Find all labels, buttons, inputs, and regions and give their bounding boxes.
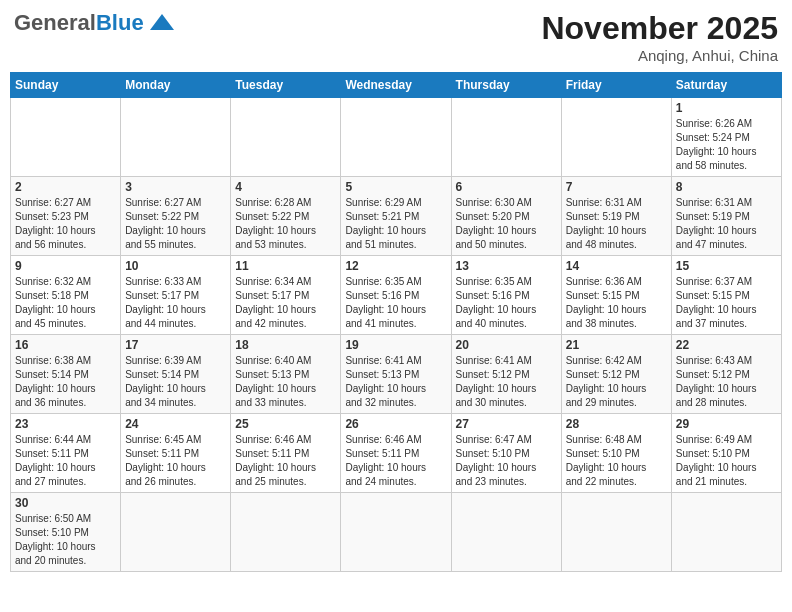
day-number: 23 [15,417,116,431]
day-number: 12 [345,259,446,273]
table-row: 6Sunrise: 6:30 AM Sunset: 5:20 PM Daylig… [451,177,561,256]
logo-icon [148,12,176,34]
table-row [451,493,561,572]
day-info: Sunrise: 6:33 AM Sunset: 5:17 PM Dayligh… [125,275,226,331]
table-row: 10Sunrise: 6:33 AM Sunset: 5:17 PM Dayli… [121,256,231,335]
weekday-header-row: Sunday Monday Tuesday Wednesday Thursday… [11,73,782,98]
day-number: 14 [566,259,667,273]
day-info: Sunrise: 6:32 AM Sunset: 5:18 PM Dayligh… [15,275,116,331]
day-info: Sunrise: 6:49 AM Sunset: 5:10 PM Dayligh… [676,433,777,489]
table-row: 28Sunrise: 6:48 AM Sunset: 5:10 PM Dayli… [561,414,671,493]
day-number: 18 [235,338,336,352]
header-thursday: Thursday [451,73,561,98]
table-row: 8Sunrise: 6:31 AM Sunset: 5:19 PM Daylig… [671,177,781,256]
table-row [671,493,781,572]
header-saturday: Saturday [671,73,781,98]
day-number: 10 [125,259,226,273]
logo-blue-text: Blue [96,10,144,36]
calendar-week-row: 23Sunrise: 6:44 AM Sunset: 5:11 PM Dayli… [11,414,782,493]
day-number: 5 [345,180,446,194]
table-row [451,98,561,177]
day-number: 24 [125,417,226,431]
header-sunday: Sunday [11,73,121,98]
table-row: 18Sunrise: 6:40 AM Sunset: 5:13 PM Dayli… [231,335,341,414]
header-tuesday: Tuesday [231,73,341,98]
day-info: Sunrise: 6:41 AM Sunset: 5:12 PM Dayligh… [456,354,557,410]
table-row [121,493,231,572]
day-info: Sunrise: 6:30 AM Sunset: 5:20 PM Dayligh… [456,196,557,252]
day-info: Sunrise: 6:35 AM Sunset: 5:16 PM Dayligh… [345,275,446,331]
day-info: Sunrise: 6:47 AM Sunset: 5:10 PM Dayligh… [456,433,557,489]
day-info: Sunrise: 6:40 AM Sunset: 5:13 PM Dayligh… [235,354,336,410]
day-number: 30 [15,496,116,510]
day-number: 7 [566,180,667,194]
calendar-week-row: 30Sunrise: 6:50 AM Sunset: 5:10 PM Dayli… [11,493,782,572]
day-number: 22 [676,338,777,352]
day-number: 17 [125,338,226,352]
table-row: 3Sunrise: 6:27 AM Sunset: 5:22 PM Daylig… [121,177,231,256]
table-row: 13Sunrise: 6:35 AM Sunset: 5:16 PM Dayli… [451,256,561,335]
table-row: 17Sunrise: 6:39 AM Sunset: 5:14 PM Dayli… [121,335,231,414]
table-row: 24Sunrise: 6:45 AM Sunset: 5:11 PM Dayli… [121,414,231,493]
calendar-week-row: 16Sunrise: 6:38 AM Sunset: 5:14 PM Dayli… [11,335,782,414]
table-row [561,98,671,177]
day-info: Sunrise: 6:50 AM Sunset: 5:10 PM Dayligh… [15,512,116,568]
day-info: Sunrise: 6:26 AM Sunset: 5:24 PM Dayligh… [676,117,777,173]
day-number: 4 [235,180,336,194]
day-number: 20 [456,338,557,352]
table-row: 5Sunrise: 6:29 AM Sunset: 5:21 PM Daylig… [341,177,451,256]
logo: General Blue [14,10,176,36]
day-number: 6 [456,180,557,194]
table-row: 26Sunrise: 6:46 AM Sunset: 5:11 PM Dayli… [341,414,451,493]
calendar-week-row: 2Sunrise: 6:27 AM Sunset: 5:23 PM Daylig… [11,177,782,256]
table-row [231,493,341,572]
header-wednesday: Wednesday [341,73,451,98]
table-row [341,493,451,572]
table-row: 16Sunrise: 6:38 AM Sunset: 5:14 PM Dayli… [11,335,121,414]
table-row: 27Sunrise: 6:47 AM Sunset: 5:10 PM Dayli… [451,414,561,493]
day-info: Sunrise: 6:42 AM Sunset: 5:12 PM Dayligh… [566,354,667,410]
header-monday: Monday [121,73,231,98]
table-row: 4Sunrise: 6:28 AM Sunset: 5:22 PM Daylig… [231,177,341,256]
day-info: Sunrise: 6:28 AM Sunset: 5:22 PM Dayligh… [235,196,336,252]
day-info: Sunrise: 6:48 AM Sunset: 5:10 PM Dayligh… [566,433,667,489]
day-info: Sunrise: 6:34 AM Sunset: 5:17 PM Dayligh… [235,275,336,331]
day-info: Sunrise: 6:29 AM Sunset: 5:21 PM Dayligh… [345,196,446,252]
day-info: Sunrise: 6:31 AM Sunset: 5:19 PM Dayligh… [566,196,667,252]
day-info: Sunrise: 6:46 AM Sunset: 5:11 PM Dayligh… [345,433,446,489]
day-info: Sunrise: 6:45 AM Sunset: 5:11 PM Dayligh… [125,433,226,489]
day-info: Sunrise: 6:37 AM Sunset: 5:15 PM Dayligh… [676,275,777,331]
day-info: Sunrise: 6:39 AM Sunset: 5:14 PM Dayligh… [125,354,226,410]
table-row: 1Sunrise: 6:26 AM Sunset: 5:24 PM Daylig… [671,98,781,177]
table-row: 23Sunrise: 6:44 AM Sunset: 5:11 PM Dayli… [11,414,121,493]
table-row: 11Sunrise: 6:34 AM Sunset: 5:17 PM Dayli… [231,256,341,335]
table-row: 9Sunrise: 6:32 AM Sunset: 5:18 PM Daylig… [11,256,121,335]
day-number: 21 [566,338,667,352]
table-row: 25Sunrise: 6:46 AM Sunset: 5:11 PM Dayli… [231,414,341,493]
header-friday: Friday [561,73,671,98]
table-row: 14Sunrise: 6:36 AM Sunset: 5:15 PM Dayli… [561,256,671,335]
day-number: 11 [235,259,336,273]
table-row [341,98,451,177]
calendar-table: Sunday Monday Tuesday Wednesday Thursday… [10,72,782,572]
day-info: Sunrise: 6:27 AM Sunset: 5:22 PM Dayligh… [125,196,226,252]
day-number: 26 [345,417,446,431]
table-row: 21Sunrise: 6:42 AM Sunset: 5:12 PM Dayli… [561,335,671,414]
table-row: 15Sunrise: 6:37 AM Sunset: 5:15 PM Dayli… [671,256,781,335]
day-number: 3 [125,180,226,194]
day-info: Sunrise: 6:41 AM Sunset: 5:13 PM Dayligh… [345,354,446,410]
month-title: November 2025 [541,10,778,47]
day-number: 1 [676,101,777,115]
day-info: Sunrise: 6:36 AM Sunset: 5:15 PM Dayligh… [566,275,667,331]
page-header: General Blue November 2025 Anqing, Anhui… [10,10,782,64]
day-number: 9 [15,259,116,273]
calendar-week-row: 9Sunrise: 6:32 AM Sunset: 5:18 PM Daylig… [11,256,782,335]
day-number: 13 [456,259,557,273]
table-row [231,98,341,177]
day-number: 15 [676,259,777,273]
day-info: Sunrise: 6:27 AM Sunset: 5:23 PM Dayligh… [15,196,116,252]
table-row: 19Sunrise: 6:41 AM Sunset: 5:13 PM Dayli… [341,335,451,414]
day-number: 29 [676,417,777,431]
day-number: 28 [566,417,667,431]
day-number: 8 [676,180,777,194]
